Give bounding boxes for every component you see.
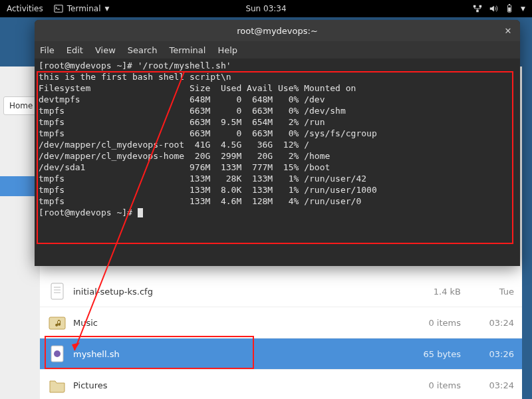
file-time: Tue	[474, 287, 514, 297]
gnome-topbar: Activities Terminal ▼ Sun 03:34 ▼	[0, 0, 532, 17]
file-row-myshell-sh[interactable]: myshell.sh65 bytes03:26	[40, 338, 522, 370]
file-size: 65 bytes	[408, 349, 461, 359]
sidebar-home-entry[interactable]: Home	[3, 96, 37, 115]
file-manager-sidebar: Home	[0, 66, 40, 399]
script-output-line: this is the first bash shell script\n	[39, 72, 231, 82]
df-header: Filesystem Size Used Avail Use% Mounted …	[39, 83, 356, 93]
file-name: Pictures	[73, 380, 408, 390]
svg-rect-0	[55, 5, 63, 13]
network-icon	[473, 4, 482, 13]
script-icon	[48, 344, 66, 363]
activities-hotcorner[interactable]: Activities	[7, 4, 43, 13]
file-row-Pictures[interactable]: Pictures0 items03:24	[40, 370, 522, 399]
svg-rect-3	[476, 10, 479, 13]
topbar-clock[interactable]: Sun 03:34	[245, 4, 286, 13]
file-row-Music[interactable]: Music0 items03:24	[40, 307, 522, 338]
file-size: 1.4 kB	[408, 287, 461, 297]
chevron-down-icon: ▼	[521, 5, 525, 12]
chevron-down-icon: ▼	[104, 5, 109, 12]
cursor-block	[138, 208, 143, 217]
topbar-app-indicator[interactable]: Terminal ▼	[54, 4, 110, 13]
volume-icon	[489, 4, 498, 13]
svg-point-13	[54, 350, 61, 357]
sidebar-active-indicator	[0, 176, 40, 196]
file-name: initial-setup-ks.cfg	[73, 287, 408, 297]
menu-help[interactable]: Help	[217, 45, 237, 55]
terminal-window: root@mydevops:~ ✕ FileEditViewSearchTerm…	[35, 20, 520, 266]
menu-view[interactable]: View	[95, 45, 116, 55]
terminal-output[interactable]: [root@mydevops ~]# '/root/myshell.sh' th…	[35, 59, 520, 266]
menu-search[interactable]: Search	[128, 45, 158, 55]
terminal-icon	[54, 4, 63, 13]
terminal-menubar: FileEditViewSearchTerminalHelp	[35, 41, 520, 59]
file-time: 03:24	[474, 380, 514, 390]
battery-icon	[505, 4, 514, 13]
file-list: initial-setup-ks.cfg1.4 kBTueMusic0 item…	[40, 276, 522, 399]
prompt-line: [root@mydevops ~]#	[39, 207, 132, 217]
doc-icon	[48, 282, 66, 301]
terminal-titlebar[interactable]: root@mydevops:~ ✕	[35, 20, 520, 41]
file-time: 03:24	[474, 318, 514, 328]
svg-rect-2	[479, 5, 482, 8]
file-size: 0 items	[408, 318, 461, 328]
prompt-line: [root@mydevops ~]# '/root/myshell.sh'	[39, 61, 231, 70]
music-icon	[48, 313, 66, 332]
file-time: 03:26	[474, 349, 514, 359]
file-name: myshell.sh	[73, 349, 408, 359]
df-rows: devtmpfs 648M 0 648M 0% /dev tmpfs 663M …	[39, 94, 377, 206]
svg-rect-7	[51, 283, 63, 299]
menu-file[interactable]: File	[40, 45, 55, 55]
window-title: root@mydevops:~	[237, 26, 318, 36]
topbar-app-label: Terminal	[67, 4, 101, 13]
system-tray[interactable]: ▼	[473, 4, 525, 13]
file-row-initial-setup-ks-cfg[interactable]: initial-setup-ks.cfg1.4 kBTue	[40, 276, 522, 307]
file-name: Music	[73, 318, 408, 328]
menu-edit[interactable]: Edit	[66, 45, 83, 55]
file-size: 0 items	[408, 380, 461, 390]
svg-rect-5	[509, 4, 510, 5]
folder-icon	[48, 376, 66, 394]
svg-rect-6	[508, 7, 511, 11]
menu-terminal[interactable]: Terminal	[169, 45, 205, 55]
svg-rect-1	[473, 5, 476, 8]
close-icon[interactable]: ✕	[501, 24, 515, 37]
